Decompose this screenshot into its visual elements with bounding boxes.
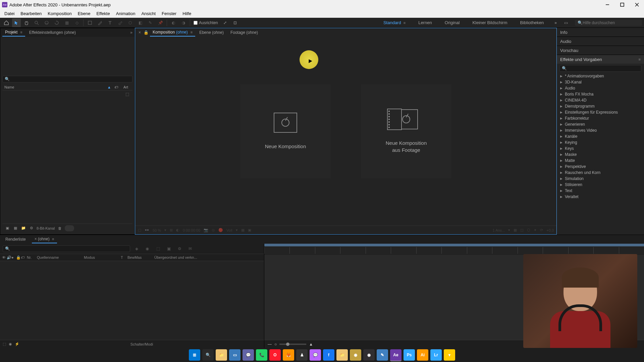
view-icon2[interactable]: ◫ bbox=[520, 228, 524, 232]
taskbar-app3[interactable]: ✎ bbox=[377, 349, 388, 361]
workspace-reset-icon[interactable]: ▭ bbox=[561, 18, 570, 27]
workspace-lernen[interactable]: Lernen bbox=[412, 18, 438, 27]
snap-edge-icon[interactable]: ⤢ bbox=[221, 18, 229, 27]
bit-depth[interactable]: 8-Bit-Kanal bbox=[37, 226, 55, 230]
col-bewmas[interactable]: BewMas bbox=[125, 255, 152, 259]
taskbar-lightroom[interactable]: Lr bbox=[430, 349, 442, 361]
panel-menu-icon[interactable]: ≡ bbox=[191, 30, 193, 34]
col-number[interactable]: Nr. bbox=[25, 255, 35, 259]
effect-category[interactable]: ▶Matte bbox=[557, 158, 644, 164]
view-icon1[interactable]: ▦ bbox=[514, 228, 517, 232]
tl-icon1[interactable]: ◈ bbox=[132, 244, 141, 253]
menu-hilfe[interactable]: Hilfe bbox=[179, 10, 194, 17]
new-comp-icon[interactable]: ▦ bbox=[12, 225, 18, 231]
col-mode[interactable]: Modus bbox=[82, 255, 119, 259]
roto-tool[interactable]: ✎ bbox=[146, 18, 155, 27]
clone-tool[interactable]: ⬡ bbox=[126, 18, 135, 27]
taskbar-teams[interactable]: 💬 bbox=[243, 349, 254, 361]
effect-category[interactable]: ▶Veraltet bbox=[557, 194, 644, 200]
selection-tool[interactable] bbox=[12, 18, 21, 27]
effect-category[interactable]: ▶Keying bbox=[557, 139, 644, 145]
tl-icon6[interactable]: ✉ bbox=[186, 244, 195, 253]
text-tool[interactable]: T bbox=[106, 18, 114, 27]
tab-effect-controls[interactable]: Effekteinstellungen (ohne) bbox=[26, 29, 78, 36]
workspace-menu-icon[interactable]: ≡ bbox=[402, 21, 406, 25]
snapping-toggle[interactable]: Ausrichten bbox=[194, 20, 218, 25]
timeline-search[interactable]: 🔍 bbox=[3, 245, 130, 252]
tab-layer[interactable]: Ebene (ohne) bbox=[197, 29, 226, 36]
col-solo-icon[interactable]: ● bbox=[9, 255, 14, 259]
home-button[interactable] bbox=[2, 18, 11, 27]
close-tab-icon[interactable]: × bbox=[137, 30, 142, 35]
view-icon4[interactable]: ✦ bbox=[534, 228, 537, 232]
col-lock-icon[interactable]: 🔒 bbox=[14, 255, 19, 260]
taskbar-illustrator[interactable]: Ai bbox=[417, 349, 428, 361]
taskbar-facebook[interactable]: f bbox=[323, 349, 334, 361]
zoom-in-icon[interactable]: ▲ bbox=[309, 342, 313, 347]
rotation-tool[interactable] bbox=[52, 18, 61, 27]
color-icon[interactable]: 🔴 bbox=[218, 228, 223, 232]
effect-category[interactable]: ▶Einstellungen für Expressions bbox=[557, 109, 644, 115]
col-audio-icon[interactable]: 🔊 bbox=[5, 255, 9, 260]
col-track-matte[interactable]: T bbox=[119, 255, 125, 259]
effect-category[interactable]: ▶Text bbox=[557, 188, 644, 194]
view-icon3[interactable]: ⬡ bbox=[527, 228, 530, 232]
new-composition-button[interactable]: Neue Komposition bbox=[240, 84, 331, 178]
tab-composition[interactable]: Komposition (ohne) ≡ bbox=[150, 28, 195, 37]
panel-menu-icon[interactable]: ≡ bbox=[20, 30, 22, 34]
tab-project[interactable]: Projekt≡ bbox=[2, 28, 25, 37]
panel-info[interactable]: Info bbox=[557, 28, 644, 37]
menu-fenster[interactable]: Fenster bbox=[159, 10, 179, 17]
taskbar-app1[interactable]: ♟ bbox=[296, 349, 308, 361]
taskbar-task-view[interactable]: ▭ bbox=[229, 349, 240, 361]
effects-search[interactable]: 🔍 bbox=[559, 65, 641, 72]
effect-category[interactable]: ▶Kanäle bbox=[557, 133, 644, 139]
mask-icon[interactable]: 👓 bbox=[145, 228, 149, 232]
panel-audio[interactable]: Audio bbox=[557, 37, 644, 46]
tab-render-queue[interactable]: Renderliste bbox=[3, 236, 29, 243]
puppet-tool[interactable]: 📌 bbox=[156, 18, 165, 27]
region-icon[interactable]: ◎ bbox=[212, 228, 215, 232]
taskbar-folder2[interactable]: 📁 bbox=[336, 349, 348, 361]
menu-komposition[interactable]: Komposition bbox=[45, 10, 75, 17]
settings-icon[interactable]: ⚙ bbox=[29, 225, 35, 231]
effect-category[interactable]: ▶Simulation bbox=[557, 176, 644, 182]
project-items-list[interactable]: ⬚ bbox=[2, 90, 132, 224]
workspace-bibliotheken[interactable]: Bibliotheken bbox=[514, 18, 550, 27]
column-label-icon[interactable]: 🏷 bbox=[113, 85, 119, 89]
zoom-marker[interactable]: ○ bbox=[274, 342, 277, 347]
taskbar-opera[interactable]: O bbox=[269, 349, 281, 361]
column-name[interactable]: Name bbox=[2, 85, 107, 89]
zoom-slider[interactable] bbox=[279, 344, 306, 345]
maximize-button[interactable] bbox=[617, 1, 627, 8]
taskbar-photoshop[interactable]: Ps bbox=[404, 349, 415, 361]
pen-tool[interactable] bbox=[96, 18, 104, 27]
project-search[interactable]: 🔍 bbox=[2, 76, 132, 82]
column-type[interactable]: Art bbox=[119, 85, 132, 89]
tl-icon4[interactable]: ▣ bbox=[164, 244, 173, 253]
help-search[interactable]: 🔍 bbox=[575, 20, 642, 26]
workspace-standard[interactable]: Standard ≡ bbox=[377, 18, 412, 27]
snapshot-icon[interactable]: 📷 bbox=[204, 228, 208, 232]
effect-category[interactable]: ▶Keys bbox=[557, 145, 644, 152]
taskbar-windows-start[interactable]: ⊞ bbox=[189, 349, 200, 361]
effect-category[interactable]: ▶Rauschen und Korn bbox=[557, 170, 644, 176]
effect-category[interactable]: ▶Dienstprogramm bbox=[557, 103, 644, 109]
panel-menu-icon[interactable]: ≡ bbox=[639, 57, 641, 61]
taskbar-explorer[interactable]: 📁 bbox=[216, 349, 227, 361]
new-composition-from-footage-button[interactable]: Neue Kompositionaus Footage bbox=[361, 84, 451, 178]
panel-preview[interactable]: Vorschau bbox=[557, 46, 644, 55]
snap-grid-icon[interactable]: ⊡ bbox=[231, 18, 239, 27]
taskbar-search[interactable]: 🔍 bbox=[202, 349, 214, 361]
shape-tool[interactable] bbox=[86, 18, 94, 27]
effect-category[interactable]: ▶3D-Kanal bbox=[557, 79, 644, 85]
toggle-icon[interactable] bbox=[65, 225, 74, 231]
taskbar-whatsapp[interactable]: 📞 bbox=[256, 349, 267, 361]
zoom-tool[interactable] bbox=[32, 18, 41, 27]
anchor-tool[interactable]: ◇ bbox=[72, 18, 81, 27]
tl-footer-icon2[interactable]: ◉ bbox=[9, 342, 12, 346]
effect-category[interactable]: ▶Immersives Video bbox=[557, 127, 644, 133]
taskbar-messenger[interactable]: 💬 bbox=[310, 349, 321, 361]
effect-category[interactable]: ▶Boris FX Mocha bbox=[557, 91, 644, 97]
tl-footer-icon3[interactable]: ⚡ bbox=[15, 342, 19, 346]
